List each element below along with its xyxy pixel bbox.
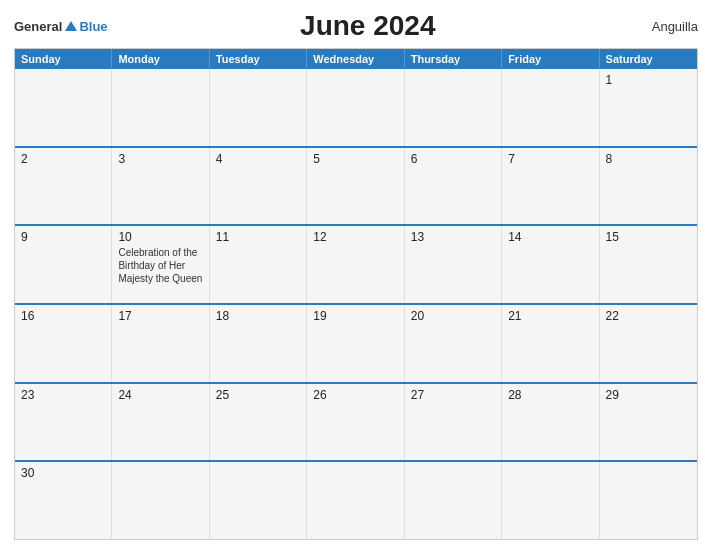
col-sunday: Sunday <box>15 49 112 69</box>
calendar-cell: 13 <box>405 226 502 303</box>
day-number: 12 <box>313 230 397 244</box>
calendar-cell: 2 <box>15 148 112 225</box>
col-wednesday: Wednesday <box>307 49 404 69</box>
logo-general-text: General <box>14 19 62 34</box>
calendar-cell: 3 <box>112 148 209 225</box>
calendar-cell: 14 <box>502 226 599 303</box>
day-number: 29 <box>606 388 691 402</box>
calendar-cell: 21 <box>502 305 599 382</box>
event-text: Celebration of the Birthday of Her Majes… <box>118 246 202 285</box>
day-number: 10 <box>118 230 202 244</box>
calendar-cell <box>502 69 599 146</box>
calendar-cell: 10Celebration of the Birthday of Her Maj… <box>112 226 209 303</box>
calendar-cell: 26 <box>307 384 404 461</box>
calendar-cell: 16 <box>15 305 112 382</box>
col-thursday: Thursday <box>405 49 502 69</box>
col-monday: Monday <box>112 49 209 69</box>
col-friday: Friday <box>502 49 599 69</box>
day-number: 6 <box>411 152 495 166</box>
calendar-cell <box>502 462 599 539</box>
day-number: 15 <box>606 230 691 244</box>
calendar-cell: 7 <box>502 148 599 225</box>
day-number: 20 <box>411 309 495 323</box>
col-saturday: Saturday <box>600 49 697 69</box>
calendar-week-row: 30 <box>15 460 697 539</box>
calendar-cell: 4 <box>210 148 307 225</box>
calendar-cell: 20 <box>405 305 502 382</box>
day-number: 18 <box>216 309 300 323</box>
calendar-cell <box>210 69 307 146</box>
calendar-page: General Blue June 2024 Anguilla Sunday M… <box>0 0 712 550</box>
calendar-cell <box>112 69 209 146</box>
calendar-cell <box>307 462 404 539</box>
day-number: 8 <box>606 152 691 166</box>
calendar-cell: 17 <box>112 305 209 382</box>
calendar-cell: 19 <box>307 305 404 382</box>
header: General Blue June 2024 Anguilla <box>14 10 698 42</box>
day-number: 27 <box>411 388 495 402</box>
day-number: 14 <box>508 230 592 244</box>
day-number: 17 <box>118 309 202 323</box>
calendar-cell: 29 <box>600 384 697 461</box>
col-tuesday: Tuesday <box>210 49 307 69</box>
calendar-cell: 22 <box>600 305 697 382</box>
calendar-cell: 23 <box>15 384 112 461</box>
calendar-cell: 9 <box>15 226 112 303</box>
calendar: Sunday Monday Tuesday Wednesday Thursday… <box>14 48 698 540</box>
calendar-cell: 15 <box>600 226 697 303</box>
day-number: 23 <box>21 388 105 402</box>
calendar-week-row: 1 <box>15 69 697 146</box>
calendar-week-row: 910Celebration of the Birthday of Her Ma… <box>15 224 697 303</box>
day-number: 13 <box>411 230 495 244</box>
day-number: 28 <box>508 388 592 402</box>
calendar-cell: 11 <box>210 226 307 303</box>
calendar-body: 12345678910Celebration of the Birthday o… <box>15 69 697 539</box>
day-number: 11 <box>216 230 300 244</box>
calendar-cell <box>600 462 697 539</box>
day-number: 5 <box>313 152 397 166</box>
calendar-cell <box>15 69 112 146</box>
calendar-cell: 1 <box>600 69 697 146</box>
day-number: 16 <box>21 309 105 323</box>
calendar-cell: 25 <box>210 384 307 461</box>
logo-triangle-icon <box>65 21 77 31</box>
calendar-cell: 30 <box>15 462 112 539</box>
calendar-week-row: 23242526272829 <box>15 382 697 461</box>
calendar-cell: 8 <box>600 148 697 225</box>
calendar-week-row: 16171819202122 <box>15 303 697 382</box>
calendar-header-row: Sunday Monday Tuesday Wednesday Thursday… <box>15 49 697 69</box>
calendar-cell: 12 <box>307 226 404 303</box>
calendar-cell: 24 <box>112 384 209 461</box>
calendar-cell: 18 <box>210 305 307 382</box>
day-number: 24 <box>118 388 202 402</box>
day-number: 1 <box>606 73 691 87</box>
day-number: 2 <box>21 152 105 166</box>
day-number: 25 <box>216 388 300 402</box>
calendar-cell <box>405 69 502 146</box>
day-number: 22 <box>606 309 691 323</box>
logo: General Blue <box>14 19 108 34</box>
calendar-cell: 5 <box>307 148 404 225</box>
day-number: 3 <box>118 152 202 166</box>
month-title: June 2024 <box>108 10 628 42</box>
day-number: 21 <box>508 309 592 323</box>
calendar-week-row: 2345678 <box>15 146 697 225</box>
calendar-cell <box>405 462 502 539</box>
calendar-cell <box>112 462 209 539</box>
day-number: 26 <box>313 388 397 402</box>
country-label: Anguilla <box>628 19 698 34</box>
day-number: 4 <box>216 152 300 166</box>
calendar-cell: 28 <box>502 384 599 461</box>
calendar-cell: 27 <box>405 384 502 461</box>
calendar-cell <box>307 69 404 146</box>
calendar-cell <box>210 462 307 539</box>
day-number: 19 <box>313 309 397 323</box>
day-number: 30 <box>21 466 105 480</box>
calendar-cell: 6 <box>405 148 502 225</box>
day-number: 7 <box>508 152 592 166</box>
day-number: 9 <box>21 230 105 244</box>
logo-blue-text: Blue <box>79 19 107 34</box>
